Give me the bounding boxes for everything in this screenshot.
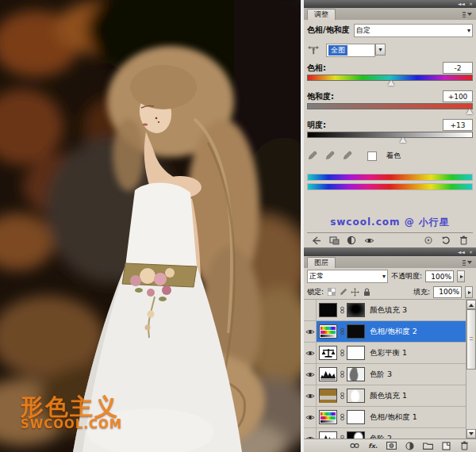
close-panel-icon[interactable]: ×: [469, 2, 473, 6]
layer-row-hue-saturation-1[interactable]: 色相/饱和度 1: [304, 407, 466, 428]
reset-icon[interactable]: [440, 236, 451, 246]
channel-dropdown-arrow[interactable]: ▾: [375, 44, 386, 56]
view-previous-state-icon[interactable]: [423, 236, 434, 246]
preset-value: 自定: [356, 25, 467, 36]
mask-link-icon: [339, 370, 345, 378]
layer-thumbnail[interactable]: [319, 410, 337, 424]
lock-row: 锁定: 填充: 100%: [304, 285, 476, 300]
visibility-toggle[interactable]: [304, 300, 317, 320]
mask-link-icon: [339, 306, 345, 314]
original-spectrum-bar: [307, 174, 473, 181]
chevron-down-icon: ▾: [382, 273, 386, 280]
adjusted-spectrum-bar: [307, 183, 473, 190]
layer-row-color-fill-3[interactable]: 颜色填充 3: [304, 300, 466, 321]
layer-mask-thumbnail[interactable]: [347, 367, 365, 381]
layers-scrollbar[interactable]: [466, 300, 476, 439]
scroll-down-icon[interactable]: [466, 429, 476, 439]
visibility-toggle[interactable]: [304, 428, 317, 439]
layer-thumbnail[interactable]: [319, 303, 337, 317]
saturation-slider-track[interactable]: [307, 103, 473, 109]
panel-menu-icon[interactable]: [461, 11, 473, 17]
layer-name: 色相/饱和度 1: [367, 412, 417, 423]
opacity-input[interactable]: 100%: [425, 270, 454, 282]
layer-name: 色相/饱和度 2: [367, 327, 417, 337]
opacity-slider-button[interactable]: [457, 270, 465, 282]
layer-mask-thumbnail[interactable]: [347, 303, 365, 317]
panel-menu-icon[interactable]: [461, 259, 473, 266]
layer-row-hue-saturation-2[interactable]: 色相/饱和度 2: [304, 321, 466, 343]
blend-mode-dropdown[interactable]: 正常 ▾: [307, 270, 388, 283]
hue-slider-thumb[interactable]: [388, 80, 394, 86]
visibility-toggle[interactable]: [304, 321, 317, 342]
blend-mode-row: 正常 ▾ 不透明度: 100%: [304, 268, 476, 285]
expanded-view-icon[interactable]: [328, 236, 340, 246]
new-group-icon[interactable]: [422, 441, 433, 451]
hue-label: 色相:: [307, 63, 326, 74]
fill-slider-button[interactable]: [465, 286, 473, 298]
eyedropper-minus-icon[interactable]: [342, 151, 352, 161]
lightness-slider-thumb[interactable]: [400, 137, 406, 143]
layer-style-fx-icon[interactable]: fx.: [367, 441, 378, 451]
scroll-up-icon[interactable]: [466, 300, 476, 309]
tab-layers[interactable]: 图层: [307, 257, 336, 268]
layer-thumbnail[interactable]: [319, 324, 337, 339]
saturation-value-input[interactable]: +100: [443, 90, 473, 102]
layer-mask-thumbnail[interactable]: [347, 324, 365, 339]
visibility-toggle[interactable]: [304, 364, 317, 385]
layer-mask-thumbnail[interactable]: [347, 410, 365, 424]
credit-watermark: swcool.com @ 小行星: [307, 216, 473, 229]
layer-visibility-eye-icon[interactable]: [363, 236, 374, 246]
delete-layer-icon[interactable]: [459, 441, 470, 451]
layer-row-levels-3[interactable]: 色阶 3: [304, 364, 466, 385]
mask-link-icon: [339, 413, 345, 421]
mask-link-icon: [339, 349, 345, 357]
watermark-line2: SWCOOL.COM: [21, 419, 122, 431]
layer-thumbnail[interactable]: [319, 367, 337, 381]
layer-mask-thumbnail[interactable]: [347, 431, 365, 439]
saturation-slider-group: 饱和度: +100: [307, 90, 473, 114]
saturation-slider-thumb[interactable]: [466, 109, 473, 114]
layer-name: 颜色填充 3: [367, 305, 407, 316]
lock-paint-icon[interactable]: [339, 288, 347, 297]
layer-thumbnail[interactable]: [319, 431, 337, 439]
collapse-panel-icon[interactable]: ◄◄: [458, 250, 465, 255]
tab-adjustments[interactable]: 调整: [307, 9, 336, 20]
layer-row-color-balance-1[interactable]: 色彩平衡 1: [304, 343, 466, 364]
new-adjustment-layer-icon[interactable]: [404, 441, 415, 451]
eyedropper-icon[interactable]: [307, 151, 317, 161]
scrollbar-thumb[interactable]: [466, 309, 476, 370]
colorize-checkbox[interactable]: [367, 151, 377, 161]
layer-row-levels-2[interactable]: 色阶 2: [304, 428, 466, 439]
clip-to-layer-icon[interactable]: [346, 236, 357, 246]
layer-mask-thumbnail[interactable]: [347, 389, 365, 403]
hue-value-input[interactable]: -2: [443, 62, 473, 74]
delete-adjustment-icon[interactable]: [458, 236, 469, 246]
photo-canvas[interactable]: 形色主义 SWCOOL.COM: [0, 0, 301, 452]
return-to-adjustment-list-icon[interactable]: [311, 236, 322, 246]
lock-label: 锁定:: [307, 287, 324, 297]
visibility-toggle[interactable]: [304, 407, 317, 427]
fill-input[interactable]: 100%: [433, 286, 462, 298]
channel-dropdown[interactable]: 全图: [326, 44, 375, 57]
visibility-toggle[interactable]: [304, 343, 317, 363]
close-panel-icon[interactable]: ×: [469, 250, 473, 255]
eyedropper-plus-icon[interactable]: [324, 151, 335, 161]
layer-row-color-fill-1[interactable]: 颜色填充 1: [304, 385, 466, 407]
link-layers-icon[interactable]: [349, 441, 360, 451]
add-layer-mask-icon[interactable]: [386, 441, 397, 451]
lock-position-icon[interactable]: [351, 288, 359, 297]
layer-thumbnail[interactable]: [319, 389, 337, 403]
lightness-slider-track[interactable]: [307, 132, 473, 138]
visibility-toggle[interactable]: [304, 385, 317, 406]
collapse-panel-icon[interactable]: ◄◄: [458, 2, 465, 6]
layer-mask-thumbnail[interactable]: [347, 346, 365, 360]
preset-dropdown[interactable]: 自定 ▾: [354, 24, 473, 37]
lock-transparency-icon[interactable]: [327, 288, 336, 297]
targeted-adjustment-icon[interactable]: [307, 44, 320, 56]
lightness-value-input[interactable]: +13: [443, 119, 473, 131]
lock-all-icon[interactable]: [363, 288, 371, 297]
new-layer-icon[interactable]: [440, 441, 451, 451]
layer-thumbnail[interactable]: [319, 346, 337, 360]
mask-link-icon: [339, 392, 345, 400]
opacity-label: 不透明度:: [391, 271, 422, 282]
